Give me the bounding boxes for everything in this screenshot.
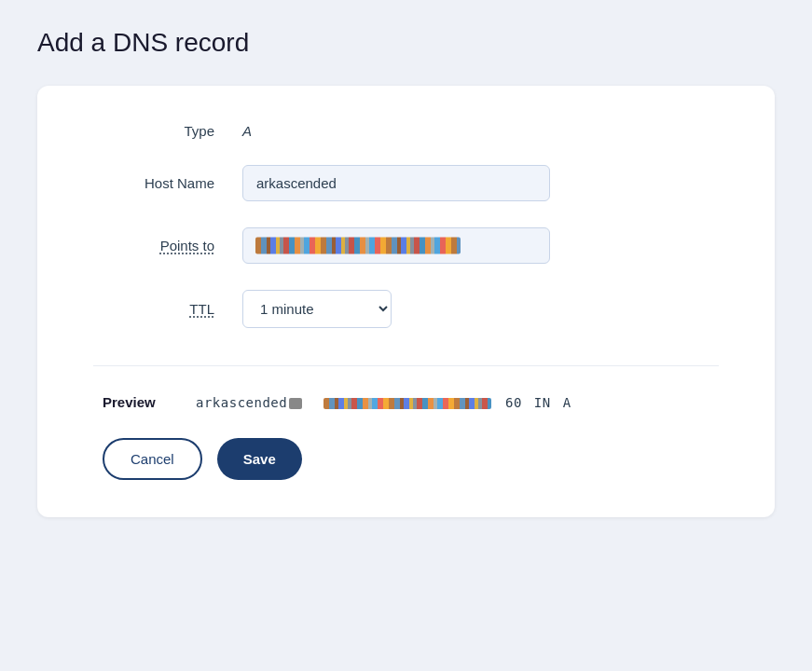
- dns-record-card: Type A Host Name Points to TTL: [37, 86, 775, 517]
- hostname-input[interactable]: [242, 165, 550, 201]
- ttl-label: TTL: [93, 301, 242, 317]
- hostname-row: Host Name: [93, 165, 719, 201]
- preview-class: IN: [534, 395, 551, 410]
- points-to-input[interactable]: [242, 227, 550, 264]
- type-label: Type: [93, 123, 242, 139]
- preview-label: Preview: [103, 394, 177, 410]
- action-buttons: Cancel Save: [93, 438, 719, 480]
- preview-ip-masked: [323, 398, 491, 409]
- preview-section: Preview arkascended 60 IN A: [93, 394, 719, 410]
- points-to-label: Points to: [93, 238, 242, 253]
- hostname-label: Host Name: [93, 175, 242, 191]
- preview-host: arkascended: [196, 395, 287, 410]
- type-value: A: [242, 123, 252, 139]
- form-section: Type A Host Name Points to TTL: [93, 123, 719, 366]
- preview-domain-masked: [289, 398, 302, 409]
- points-to-row: Points to: [93, 227, 719, 264]
- type-row: Type A: [93, 123, 719, 139]
- save-button[interactable]: Save: [217, 438, 302, 480]
- preview-ttl: 60: [505, 395, 522, 410]
- ttl-row: TTL 1 minute 5 minutes 15 minutes 30 min…: [93, 290, 719, 328]
- preview-type: A: [563, 395, 571, 410]
- preview-text: arkascended 60 IN A: [196, 395, 571, 410]
- ttl-select[interactable]: 1 minute 5 minutes 15 minutes 30 minutes…: [242, 290, 392, 328]
- cancel-button[interactable]: Cancel: [103, 438, 202, 480]
- page-title: Add a DNS record: [37, 28, 775, 58]
